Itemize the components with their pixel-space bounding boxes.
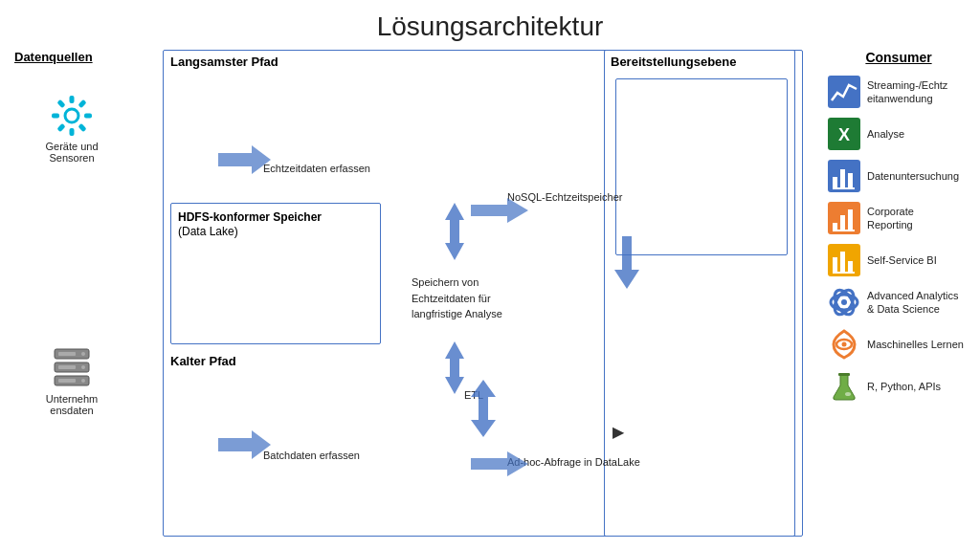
excel-icon: X	[827, 117, 861, 151]
svg-rect-46	[833, 272, 855, 274]
selfservice-label: Self-Service BI	[867, 253, 937, 267]
svg-rect-35	[848, 173, 853, 188]
consumer-corporate: CorporateReporting	[827, 201, 970, 235]
svg-marker-18	[218, 145, 271, 174]
svg-point-50	[841, 299, 847, 305]
hollow-arrow-adhoc	[471, 451, 528, 480]
vert-arrow-1	[440, 203, 469, 264]
vert-arrow-etl	[471, 380, 496, 441]
svg-rect-45	[848, 261, 853, 273]
speichern-text: Speichern vonEchtzeitdaten fürlangfristi…	[412, 274, 502, 322]
svg-marker-25	[614, 236, 639, 289]
rpython-label: R, Python, APIs	[867, 380, 941, 393]
svg-marker-19	[218, 430, 271, 459]
bar-chart-icon	[827, 159, 861, 193]
geraete-label: Geräte undSensoren	[45, 141, 98, 164]
bereit-inner-box	[615, 78, 788, 255]
svg-marker-27	[471, 380, 496, 408]
svg-rect-41	[833, 230, 855, 231]
consumer-streaming: Streaming-/Echtzeitanwendung	[827, 75, 970, 109]
streaming-label: Streaming-/Echtzeitanwendung	[867, 78, 947, 106]
svg-point-12	[81, 352, 85, 356]
page-title: Lösungsarchitektur	[0, 0, 980, 50]
batchdaten-text: Batchdaten erfassen	[263, 450, 360, 461]
consumer-ml: Maschinelles Lernen	[827, 327, 970, 362]
svg-point-54	[845, 392, 851, 396]
svg-marker-28	[471, 408, 496, 437]
consumer-advanced: Advanced Analytics& Data Science	[827, 285, 970, 319]
svg-marker-22	[445, 341, 464, 367]
svg-rect-38	[833, 223, 837, 231]
consumer-datenuntersuchung: Datenuntersuchung	[827, 159, 970, 193]
svg-rect-16	[58, 365, 76, 369]
hollow-arrow-geraete	[218, 145, 271, 178]
gear-icon	[49, 93, 95, 139]
svg-point-52	[842, 342, 847, 347]
ml-icon	[827, 327, 861, 362]
svg-point-13	[81, 365, 85, 369]
svg-point-0	[65, 109, 78, 122]
consumer-analyse: X Analyse	[827, 117, 970, 151]
ml-label: Maschinelles Lernen	[867, 338, 964, 351]
svg-rect-4	[84, 114, 92, 119]
hdfs-label: HDFS-konformer Speicher	[178, 210, 322, 224]
echtzeitdaten-text: Echtzeitdaten erfassen	[263, 163, 370, 174]
svg-marker-23	[445, 367, 464, 394]
svg-rect-44	[840, 252, 845, 273]
unternehmen-label: Unternehmensdaten	[46, 393, 98, 416]
svg-rect-33	[833, 177, 837, 188]
analyse-label: Analyse	[867, 127, 904, 141]
advanced-label: Advanced Analytics& Data Science	[867, 289, 958, 317]
svg-rect-36	[833, 187, 855, 189]
source-unternehmen: Unternehmensdaten	[10, 345, 134, 416]
source-geraete: Geräte undSensoren	[10, 93, 134, 164]
consumer-panel: Consumer Streaming-/Echtzeitanwendung X …	[813, 50, 970, 546]
datenquellen-heading: Datenquellen	[10, 50, 134, 64]
svg-rect-5	[56, 99, 65, 108]
svg-rect-1	[70, 96, 75, 103]
svg-marker-20	[445, 203, 464, 231]
consumer-rpython: R, Python, APIs	[827, 369, 970, 404]
svg-point-14	[81, 379, 85, 383]
hollow-arrow-unternehmen	[218, 430, 271, 463]
svg-marker-26	[471, 451, 528, 476]
svg-rect-43	[833, 257, 837, 273]
corporate-label: CorporateReporting	[867, 205, 914, 232]
bereit-label: Bereitstellungsebene	[611, 55, 788, 69]
chart-line-icon	[827, 75, 861, 109]
svg-rect-8	[78, 123, 86, 132]
cursor: ▶	[612, 423, 624, 441]
kalter-label: Kalter Pfad	[170, 354, 236, 368]
hdfs-sublabel: (Data Lake)	[178, 225, 238, 238]
svg-rect-40	[848, 209, 853, 231]
advanced-icon	[827, 285, 861, 319]
architecture-area: Langsamster Pfad Kalter Pfad HDFS-konfor…	[134, 50, 813, 546]
svg-rect-2	[70, 128, 75, 136]
svg-rect-6	[78, 99, 86, 108]
hollow-arrow-nosql	[471, 198, 528, 227]
svg-rect-15	[58, 352, 76, 356]
svg-text:X: X	[838, 125, 850, 144]
datenquellen-panel: Datenquellen	[10, 50, 134, 546]
svg-rect-29	[828, 76, 860, 108]
svg-rect-34	[840, 169, 845, 188]
consumer-heading: Consumer	[827, 50, 970, 65]
svg-rect-53	[838, 373, 850, 376]
flask-icon	[827, 369, 861, 404]
svg-rect-7	[56, 123, 65, 132]
svg-rect-3	[52, 114, 59, 119]
langsamster-label: Langsamster Pfad	[170, 55, 278, 69]
svg-rect-39	[840, 215, 845, 231]
datenuntersuchung-label: Datenuntersuchung	[867, 169, 959, 183]
svg-marker-24	[471, 198, 528, 223]
consumer-selfservice: Self-Service BI	[827, 243, 970, 277]
svg-marker-21	[445, 231, 464, 260]
vert-arrow-bereit-down	[614, 236, 639, 293]
bar-chart2-icon	[827, 201, 861, 235]
vert-arrow-2	[440, 341, 469, 398]
svg-rect-17	[58, 379, 76, 383]
server-icon	[49, 345, 95, 391]
selfservice-icon	[827, 243, 861, 277]
